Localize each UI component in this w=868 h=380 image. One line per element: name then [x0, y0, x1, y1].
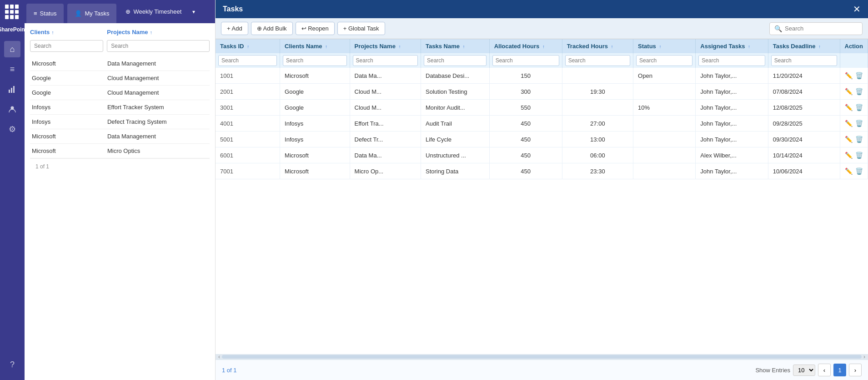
col-search-status: [633, 53, 696, 68]
col-search-input[interactable]: [771, 55, 837, 66]
left-row-client: Microsoft: [32, 133, 104, 140]
edit-button[interactable]: ✏️: [845, 152, 853, 159]
task-allocated: 550: [489, 100, 562, 116]
clients-search-input[interactable]: [30, 40, 103, 52]
entries-select[interactable]: 10 25 50: [793, 365, 815, 376]
my-tasks-tab[interactable]: 👤 My Tasks: [67, 4, 116, 23]
sort-icon[interactable]: ↑: [247, 44, 249, 49]
left-row-client: Google: [32, 89, 104, 96]
tasks-table-wrapper: Tasks ID ↑Clients Name ↑Projects Name ↑T…: [216, 39, 868, 354]
delete-button[interactable]: 🗑️: [855, 120, 863, 127]
people-nav-icon[interactable]: [4, 101, 20, 117]
col-search-tasks-name: [421, 53, 490, 68]
search-icon: 🔍: [774, 25, 782, 32]
status-tab[interactable]: ≡ Status: [26, 4, 64, 23]
task-assigned: Alex Wilber,...: [696, 147, 768, 163]
settings-nav-icon[interactable]: ⚙: [4, 121, 20, 137]
scroll-track[interactable]: [222, 355, 862, 359]
delete-button[interactable]: 🗑️: [855, 104, 863, 111]
delete-button[interactable]: 🗑️: [855, 152, 863, 159]
sort-icon[interactable]: ↑: [398, 44, 401, 49]
help-nav-icon[interactable]: ?: [4, 356, 20, 373]
task-deadline: 09/30/2024: [768, 132, 840, 147]
edit-button[interactable]: ✏️: [845, 88, 853, 95]
task-action: ✏️ 🗑️: [840, 100, 868, 116]
delete-button[interactable]: 🗑️: [855, 88, 863, 95]
left-row-project: Micro Optics: [107, 147, 208, 154]
svg-rect-2: [13, 86, 15, 93]
sort-icon[interactable]: ↑: [611, 44, 613, 49]
global-task-button[interactable]: + Global Task: [337, 22, 385, 35]
clients-sort-icon: ↑: [51, 30, 54, 35]
chart-nav-icon[interactable]: [4, 81, 20, 97]
add-bulk-button[interactable]: ⊕ Add Bulk: [251, 22, 293, 35]
reopen-button[interactable]: ↩ Reopen: [296, 22, 335, 35]
prev-page-button[interactable]: ‹: [818, 364, 831, 376]
left-panel-row[interactable]: Infosys Effort Tracker System: [30, 100, 210, 115]
left-panel-row[interactable]: Infosys Defect Tracing System: [30, 115, 210, 129]
col-search-input[interactable]: [492, 55, 559, 66]
col-search-input[interactable]: [565, 55, 630, 66]
document-nav-icon[interactable]: ≡: [4, 61, 20, 77]
scroll-right-icon[interactable]: ›: [862, 354, 867, 360]
sort-icon[interactable]: ↑: [542, 44, 545, 49]
show-entries-label: Show Entries: [755, 367, 790, 374]
left-panel-row[interactable]: Google Cloud Management: [30, 71, 210, 86]
task-project: Effort Tra...: [350, 116, 421, 132]
edit-button[interactable]: ✏️: [845, 72, 853, 79]
projects-search-input[interactable]: [107, 40, 210, 52]
horizontal-scrollbar[interactable]: ‹ ›: [216, 354, 868, 360]
left-panel-row[interactable]: Microsoft Data Management: [30, 129, 210, 144]
table-row: 2001 Google Cloud M... Solution Testing …: [216, 84, 868, 100]
my-tasks-tab-label: My Tasks: [85, 10, 109, 17]
task-id: 6001: [216, 147, 280, 163]
col-search-input[interactable]: [424, 55, 487, 66]
task-project: Defect Tr...: [350, 132, 421, 147]
sort-icon[interactable]: ↑: [325, 44, 327, 49]
sort-icon[interactable]: ↑: [659, 44, 661, 49]
task-client: Infosys: [280, 132, 350, 147]
close-button[interactable]: ✕: [853, 5, 861, 14]
edit-button[interactable]: ✏️: [845, 120, 853, 127]
task-deadline: 10/14/2024: [768, 147, 840, 163]
sort-icon[interactable]: ↑: [748, 44, 750, 49]
task-name: Unstructured ...: [421, 147, 490, 163]
task-project: Cloud M...: [350, 84, 421, 100]
left-panel-row[interactable]: Microsoft Micro Optics: [30, 144, 210, 158]
delete-button[interactable]: 🗑️: [855, 136, 863, 143]
scroll-left-icon[interactable]: ‹: [216, 354, 222, 360]
sort-icon[interactable]: ↑: [463, 44, 465, 49]
delete-button[interactable]: 🗑️: [855, 167, 863, 175]
col-header-assigned-tasks: Assigned Tasks ↑: [696, 39, 768, 53]
left-panel-row[interactable]: Google Cloud Management: [30, 86, 210, 100]
col-search-input[interactable]: [353, 55, 418, 66]
col-search-input[interactable]: [636, 55, 692, 66]
edit-button[interactable]: ✏️: [845, 104, 853, 111]
tasks-toolbar: + Add ⊕ Add Bulk ↩ Reopen + Global Task …: [216, 18, 868, 39]
col-search-input[interactable]: [283, 55, 346, 66]
left-panel-row[interactable]: Microsoft Data Management: [30, 56, 210, 71]
task-allocated: 450: [489, 163, 562, 179]
home-nav-icon[interactable]: ⌂: [4, 41, 20, 57]
grid-icon[interactable]: [5, 5, 20, 19]
col-search-input[interactable]: [698, 55, 765, 66]
task-action: ✏️ 🗑️: [840, 147, 868, 163]
status-tab-label: Status: [40, 10, 57, 17]
table-row: 7001 Microsoft Micro Op... Storing Data …: [216, 163, 868, 179]
delete-button[interactable]: 🗑️: [855, 72, 863, 79]
toolbar-search-box: 🔍: [769, 22, 863, 35]
edit-button[interactable]: ✏️: [845, 167, 853, 175]
col-header-projects-name: Projects Name ↑: [350, 39, 421, 53]
add-button[interactable]: + Add: [221, 22, 248, 35]
col-search-input[interactable]: [218, 55, 277, 66]
toolbar-search-input[interactable]: [785, 25, 858, 32]
weekly-timesheet-tab[interactable]: ⊕ Weekly Timesheet: [118, 0, 189, 23]
left-row-client: Microsoft: [32, 147, 104, 154]
sort-icon[interactable]: ↑: [818, 44, 821, 49]
weekly-tab-icon: ⊕: [125, 8, 130, 15]
next-page-button[interactable]: ›: [849, 364, 862, 376]
task-name: Solution Testing: [421, 84, 490, 100]
tab-chevron-button[interactable]: ▾: [189, 0, 199, 23]
edit-button[interactable]: ✏️: [845, 136, 853, 143]
table-footer: 1 of 1 Show Entries 10 25 50 ‹ 1 ›: [216, 360, 868, 380]
